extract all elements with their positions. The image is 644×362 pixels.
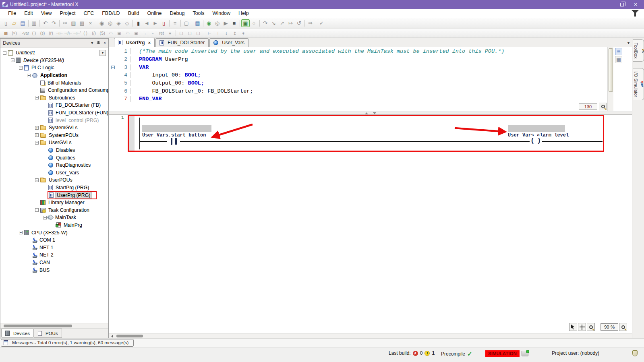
menu-view[interactable]: View xyxy=(37,9,56,17)
collapse-icon[interactable]: − xyxy=(3,51,6,55)
tree-item-can[interactable]: CAN xyxy=(0,259,108,267)
editor-tab-fun-dolstarter[interactable]: FUN_DOLStarter xyxy=(155,38,209,47)
menu-edit[interactable]: Edit xyxy=(20,9,37,17)
editor-zoom-value[interactable]: 130 xyxy=(579,103,597,110)
tree-item-task-configuration[interactable]: −Task Configuration xyxy=(0,206,108,214)
edge-detection-button[interactable]: ▢ xyxy=(186,29,194,37)
insert-empty-box-button[interactable]: ▭ xyxy=(124,29,132,37)
expand-icon[interactable]: + xyxy=(35,133,39,137)
copy-button[interactable]: ▥ xyxy=(69,19,78,27)
tree-item-net-1[interactable]: NET 1 xyxy=(0,244,108,251)
insert-branch-above-button[interactable]: ⊤ xyxy=(214,29,222,37)
insert-box-button[interactable]: ▭ xyxy=(107,29,115,37)
tree-item-level-control-prg[interactable]: level_control (PRG) xyxy=(0,116,108,124)
insert-negated-coil-button[interactable]: (/) xyxy=(90,29,98,37)
menu-project[interactable]: Project xyxy=(56,9,80,17)
step-out-button[interactable]: ↗ xyxy=(278,19,286,27)
network-margin[interactable] xyxy=(128,115,135,151)
insert-empty-box-io-button[interactable]: ▣ xyxy=(132,29,141,37)
scrollbar-thumb[interactable] xyxy=(4,325,72,327)
coil-symbol[interactable] xyxy=(530,136,542,145)
insert-box-io-button[interactable]: ▣ xyxy=(115,29,124,37)
collapse-icon[interactable]: − xyxy=(19,231,23,234)
code-line[interactable]: −3VAR xyxy=(109,63,632,71)
tab-close-icon[interactable]: × xyxy=(148,40,151,45)
restore-button[interactable] xyxy=(616,0,628,8)
update-parameters-button[interactable]: ∗ xyxy=(166,29,174,37)
bottom-tab-pous[interactable]: POUs xyxy=(34,329,62,338)
toggle-network-comment-button[interactable]: ∗ xyxy=(239,29,248,37)
zoom-mode-button[interactable] xyxy=(587,323,595,331)
tree-item-subroutines[interactable]: −Subroutines xyxy=(0,94,108,102)
messages-tab[interactable]: Messages - Total 0 error(s), 1 warning(s… xyxy=(1,339,134,347)
replace-next-button[interactable]: ◇ xyxy=(123,19,131,27)
contact-operand-box[interactable] xyxy=(142,125,211,132)
collapse-icon[interactable]: − xyxy=(35,141,39,145)
print-button[interactable]: ▥ xyxy=(30,19,38,27)
code-vertical-scrollbar[interactable] xyxy=(607,47,613,111)
set-reset-button[interactable]: ▢ xyxy=(194,29,203,37)
textual-view-button[interactable]: ≣ xyxy=(615,48,622,55)
new-object-button[interactable]: ▢ xyxy=(182,19,191,27)
ladder-editor[interactable]: 1 User_Vars.start_button User_Vars.alarm… xyxy=(109,115,632,333)
menu-online[interactable]: Online xyxy=(143,9,166,17)
tree-item-fb-dolstarter-fb[interactable]: FB_DOLStarter (FB) xyxy=(0,101,108,109)
tree-item-maintask[interactable]: −MainTask xyxy=(0,214,108,221)
insert-set-button[interactable]: (s) xyxy=(38,29,47,37)
st-code-editor[interactable]: 1(*The main code inserted by the user an… xyxy=(109,47,632,112)
tree-item-systempous[interactable]: +SystemPOUs xyxy=(0,132,108,139)
tree-item-disables[interactable]: Disables xyxy=(0,147,108,154)
close-button[interactable]: × xyxy=(630,0,642,8)
toolbox-tab[interactable]: ToolBox xyxy=(633,39,644,62)
select-mode-button[interactable] xyxy=(569,323,577,331)
tree-item-cpu-xf325-w[interactable]: −CPU (XF325-W) xyxy=(0,229,108,236)
build-button[interactable]: ▦ xyxy=(193,19,202,27)
scroll-left-icon[interactable] xyxy=(111,335,113,338)
menu-fbd-ld[interactable]: FBD/LD xyxy=(98,9,124,17)
run-to-cursor-button[interactable]: ↦ xyxy=(286,19,295,27)
insert-contact-button[interactable]: ⊣⊢ xyxy=(55,29,64,37)
assignment-button[interactable]: -var xyxy=(21,29,30,37)
insert-network-button[interactable]: ▩ xyxy=(2,29,10,37)
scrollbar-thumb[interactable] xyxy=(116,335,143,337)
tree-item-application[interactable]: −Application xyxy=(0,72,108,79)
collapse-icon[interactable]: − xyxy=(27,74,31,77)
toggle-bookmark-button[interactable]: ▮ xyxy=(134,19,143,27)
pan-mode-button[interactable] xyxy=(578,323,586,331)
devices-horizontal-scrollbar[interactable] xyxy=(0,323,108,328)
ladder-zoom-button[interactable] xyxy=(619,323,627,331)
ladder-horizontal-scrollbar[interactable] xyxy=(109,333,632,338)
simulation-button[interactable]: ▣ xyxy=(241,19,250,27)
insert-operator-button[interactable]: ( ) xyxy=(30,29,38,37)
tabular-view-button[interactable]: ▦ xyxy=(615,56,622,63)
insert-return-button[interactable]: ret xyxy=(157,29,166,37)
clear-bookmarks-button[interactable]: ▯ xyxy=(159,19,168,27)
code-line[interactable]: 1(*The main code inserted by the user an… xyxy=(109,48,632,56)
tree-item-systemgvls[interactable]: +SystemGVLs xyxy=(0,124,108,132)
filter-funnel-icon[interactable] xyxy=(631,10,639,17)
io-simulator-tab[interactable]: I/O Simulator xyxy=(633,68,644,100)
fold-collapse-icon[interactable]: − xyxy=(111,66,115,69)
code-line[interactable]: 2PROGRAM UserPrg xyxy=(109,56,632,64)
tree-item-startprg-prg[interactable]: StartPrg (PRG) xyxy=(0,184,108,192)
tree-item-userpous[interactable]: −UserPOUs xyxy=(0,176,108,184)
editor-tab-user-vars[interactable]: User_Vars xyxy=(209,38,248,47)
stop-button[interactable]: ■ xyxy=(230,19,238,27)
tree-item-qualities[interactable]: Qualities xyxy=(0,154,108,161)
coil-operand-box[interactable] xyxy=(508,125,565,132)
collapse-icon[interactable]: − xyxy=(35,178,39,182)
editor-zoom-button[interactable] xyxy=(599,103,607,110)
tree-item-mainprg[interactable]: MainPrg xyxy=(0,221,108,229)
menu-debug[interactable]: Debug xyxy=(166,9,189,17)
expand-icon[interactable]: + xyxy=(35,126,39,130)
collapse-icon[interactable]: − xyxy=(19,66,23,70)
step-over-button[interactable]: ↷ xyxy=(261,19,269,27)
editor-splitter[interactable] xyxy=(109,112,632,115)
login-button[interactable]: ◉ xyxy=(205,19,213,27)
open-file-button[interactable]: ▱ xyxy=(10,19,19,27)
reset-button[interactable]: ↺ xyxy=(295,19,303,27)
tree-item-configuration-and-consumption[interactable]: Configuration and Consumption xyxy=(0,87,108,94)
tree-item-untitled1[interactable]: −Untitled1▾ xyxy=(0,49,108,57)
save-button[interactable]: ▤ xyxy=(19,19,27,27)
tree-item-bill-of-materials[interactable]: Bill of Materials xyxy=(0,79,108,87)
